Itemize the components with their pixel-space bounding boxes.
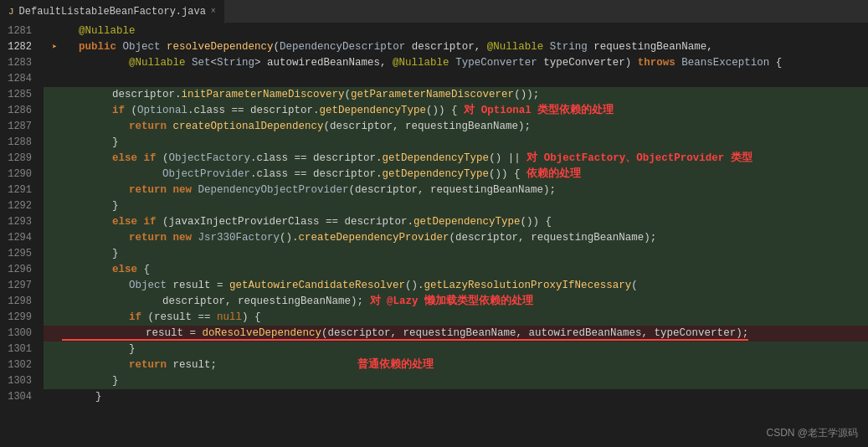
code-line: } bbox=[44, 373, 868, 389]
code-line: else { bbox=[44, 262, 868, 278]
code-content: else if (ObjectFactory.class == descript… bbox=[62, 151, 868, 167]
code-content: } bbox=[62, 373, 868, 389]
line-number: 1300 bbox=[0, 326, 37, 342]
code-content: if (result == null) { bbox=[62, 310, 868, 326]
code-content: public Object resolveDependency(Dependen… bbox=[62, 39, 868, 55]
code-content: return new Jsr330Factory().createDepende… bbox=[62, 230, 868, 246]
code-line: } bbox=[44, 246, 868, 262]
code-line: return new Jsr330Factory().createDepende… bbox=[44, 230, 868, 246]
code-line: else if (ObjectFactory.class == descript… bbox=[44, 151, 868, 167]
watermark: CSDN @老王学源码 bbox=[766, 426, 858, 440]
code-line: ObjectProvider.class == descriptor.getDe… bbox=[44, 167, 868, 182]
line-number: 1304 bbox=[0, 389, 37, 405]
line-number: 1297 bbox=[0, 278, 37, 294]
code-line: return createOptionalDependency(descript… bbox=[44, 119, 868, 135]
code-content: } bbox=[62, 246, 868, 262]
code-content: descriptor, requestingBeanName); 对 @Lazy… bbox=[62, 294, 868, 310]
line-number: 1303 bbox=[0, 373, 37, 389]
line-number: 1293 bbox=[0, 214, 37, 230]
code-line: ➤public Object resolveDependency(Depende… bbox=[44, 39, 868, 55]
code-line: } bbox=[44, 389, 868, 405]
tab-bar: J DefaultListableBeanFactory.java × bbox=[0, 0, 868, 23]
tab-close-button[interactable]: × bbox=[211, 7, 216, 16]
file-tab[interactable]: J DefaultListableBeanFactory.java × bbox=[0, 0, 225, 23]
code-content: } bbox=[62, 198, 868, 214]
code-line bbox=[44, 71, 868, 87]
line-number: 1282 bbox=[0, 39, 37, 55]
editor-container: 1281128212831284128512861287128812891290… bbox=[0, 23, 868, 447]
code-line: descriptor, requestingBeanName); 对 @Lazy… bbox=[44, 294, 868, 310]
code-content: return createOptionalDependency(descript… bbox=[62, 119, 868, 135]
line-number: 1281 bbox=[0, 23, 37, 39]
line-number: 1284 bbox=[0, 71, 37, 87]
line-number: 1290 bbox=[0, 167, 37, 182]
code-content: return new DependencyObjectProvider(desc… bbox=[62, 182, 868, 198]
gutter: ➤ bbox=[47, 39, 62, 55]
code-line: Object result = getAutowireCandidateReso… bbox=[44, 278, 868, 294]
code-line: if (result == null) { bbox=[44, 310, 868, 326]
line-numbers: 1281128212831284128512861287128812891290… bbox=[0, 23, 44, 447]
code-line: return result; 普通依赖的处理 bbox=[44, 357, 868, 373]
code-content: } bbox=[62, 342, 868, 357]
code-lines: @Nullable➤public Object resolveDependenc… bbox=[44, 23, 868, 405]
line-number: 1288 bbox=[0, 135, 37, 151]
line-number: 1296 bbox=[0, 262, 37, 278]
line-number: 1286 bbox=[0, 103, 37, 119]
code-line: result = doResolveDependency(descriptor,… bbox=[44, 326, 868, 342]
line-number: 1299 bbox=[0, 310, 37, 326]
line-number: 1302 bbox=[0, 357, 37, 373]
code-content: } bbox=[62, 135, 868, 151]
code-content: } bbox=[62, 389, 868, 405]
code-line: descriptor.initParameterNameDiscovery(ge… bbox=[44, 87, 868, 103]
code-line: } bbox=[44, 135, 868, 151]
line-number: 1285 bbox=[0, 87, 37, 103]
tab-filename: DefaultListableBeanFactory.java bbox=[19, 6, 206, 18]
line-number: 1283 bbox=[0, 55, 37, 71]
code-content: else { bbox=[62, 262, 868, 278]
code-line: @Nullable Set<String> autowiredBeanNames… bbox=[44, 55, 868, 71]
code-content: ObjectProvider.class == descriptor.getDe… bbox=[62, 167, 868, 182]
code-content: @Nullable Set<String> autowiredBeanNames… bbox=[62, 55, 868, 71]
file-icon: J bbox=[8, 7, 14, 17]
code-line: } bbox=[44, 198, 868, 214]
code-content: descriptor.initParameterNameDiscovery(ge… bbox=[62, 87, 868, 103]
line-number: 1294 bbox=[0, 230, 37, 246]
line-number: 1295 bbox=[0, 246, 37, 262]
line-number: 1291 bbox=[0, 182, 37, 198]
code-content: @Nullable bbox=[62, 23, 868, 39]
code-line: } bbox=[44, 342, 868, 357]
line-number: 1292 bbox=[0, 198, 37, 214]
code-content: if (Optional.class == descriptor.getDepe… bbox=[62, 103, 868, 119]
code-content: else if (javaxInjectProviderClass == des… bbox=[62, 214, 868, 230]
code-content: result = doResolveDependency(descriptor,… bbox=[62, 326, 868, 342]
code-content: Object result = getAutowireCandidateReso… bbox=[62, 278, 868, 294]
code-line: if (Optional.class == descriptor.getDepe… bbox=[44, 103, 868, 119]
code-content: return result; 普通依赖的处理 bbox=[62, 357, 868, 373]
gutter-arrow-icon: ➤ bbox=[52, 39, 57, 55]
code-area: @Nullable➤public Object resolveDependenc… bbox=[44, 23, 868, 447]
line-number: 1287 bbox=[0, 119, 37, 135]
line-number: 1298 bbox=[0, 294, 37, 310]
code-line: return new DependencyObjectProvider(desc… bbox=[44, 182, 868, 198]
line-number: 1289 bbox=[0, 151, 37, 167]
code-line: @Nullable bbox=[44, 23, 868, 39]
code-line: else if (javaxInjectProviderClass == des… bbox=[44, 214, 868, 230]
line-number: 1301 bbox=[0, 342, 37, 357]
